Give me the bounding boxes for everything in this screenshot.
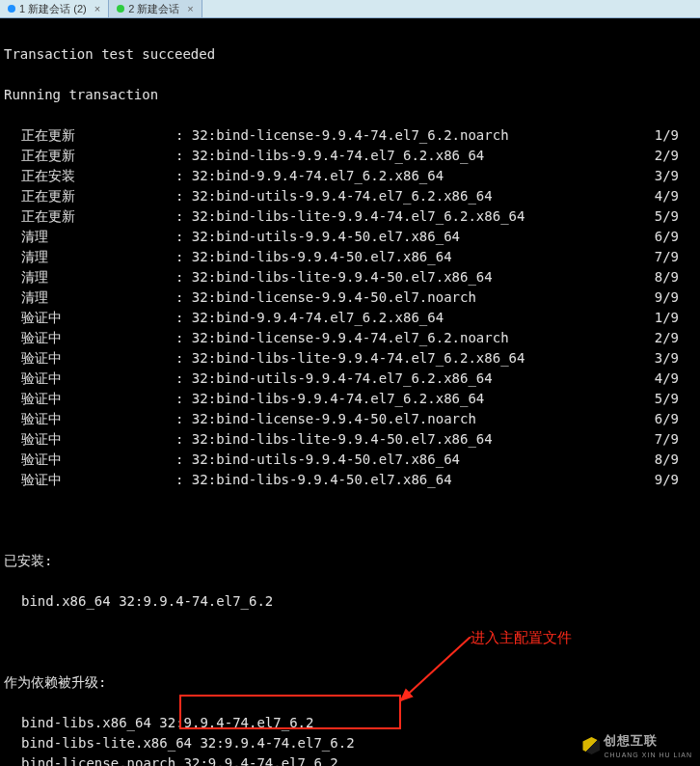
row-package: : 32:bind-libs-lite-9.9.4-74.el7_6.2.x86… bbox=[175, 348, 631, 369]
row-package: : 32:bind-license-9.9.4-74.el7_6.2.noarc… bbox=[175, 328, 631, 348]
transaction-row: 验证中: 32:bind-9.9.4-74.el7_6.2.x86_641/9 bbox=[4, 308, 696, 328]
row-package: : 32:bind-9.9.4-74.el7_6.2.x86_64 bbox=[175, 308, 631, 328]
row-action: 验证中 bbox=[4, 328, 175, 348]
transaction-row: 正在更新: 32:bind-libs-lite-9.9.4-74.el7_6.2… bbox=[4, 206, 696, 227]
row-progress: 9/9 bbox=[631, 287, 696, 308]
transaction-row: 正在更新: 32:bind-utils-9.9.4-74.el7_6.2.x86… bbox=[4, 186, 696, 206]
output-line: bind-libs.x86_64 32:9.9.4-74.el7_6.2 bbox=[4, 713, 696, 733]
row-package: : 32:bind-9.9.4-74.el7_6.2.x86_64 bbox=[175, 166, 631, 186]
row-action: 验证中 bbox=[4, 429, 175, 450]
transaction-row: 验证中: 32:bind-libs-9.9.4-74.el7_6.2.x86_6… bbox=[4, 389, 696, 409]
row-action: 清理 bbox=[4, 267, 175, 287]
logo-icon bbox=[582, 737, 600, 754]
transaction-row: 验证中: 32:bind-license-9.9.4-74.el7_6.2.no… bbox=[4, 328, 696, 348]
row-progress: 3/9 bbox=[631, 348, 696, 369]
row-progress: 4/9 bbox=[631, 186, 696, 206]
output-line: Running transaction bbox=[4, 85, 696, 105]
row-action: 验证中 bbox=[4, 450, 175, 470]
transaction-row: 正在安装: 32:bind-9.9.4-74.el7_6.2.x86_643/9 bbox=[4, 166, 696, 186]
transaction-row: 清理: 32:bind-utils-9.9.4-50.el7.x86_646/9 bbox=[4, 227, 696, 247]
section-header: 已安装: bbox=[4, 551, 696, 571]
transaction-row: 正在更新: 32:bind-license-9.9.4-74.el7_6.2.n… bbox=[4, 125, 696, 146]
transaction-row: 验证中: 32:bind-libs-9.9.4-50.el7.x86_649/9 bbox=[4, 470, 696, 490]
watermark: 创想互联 CHUANG XIN HU LIAN bbox=[582, 731, 692, 760]
annotation-text: 进入主配置文件 bbox=[471, 627, 572, 649]
transaction-row: 清理: 32:bind-libs-lite-9.9.4-50.el7.x86_6… bbox=[4, 267, 696, 287]
row-action: 正在更新 bbox=[4, 125, 175, 146]
row-action: 清理 bbox=[4, 287, 175, 308]
close-icon[interactable]: × bbox=[187, 1, 193, 17]
row-progress: 1/9 bbox=[631, 308, 696, 328]
row-progress: 5/9 bbox=[631, 389, 696, 409]
row-action: 验证中 bbox=[4, 470, 175, 490]
close-icon[interactable]: × bbox=[94, 1, 100, 17]
blank-line bbox=[4, 510, 696, 531]
watermark-main: 创想互联 bbox=[604, 731, 692, 751]
row-action: 正在更新 bbox=[4, 206, 175, 227]
row-package: : 32:bind-utils-9.9.4-50.el7.x86_64 bbox=[175, 450, 631, 470]
row-package: : 32:bind-utils-9.9.4-50.el7.x86_64 bbox=[175, 227, 631, 247]
row-package: : 32:bind-utils-9.9.4-74.el7_6.2.x86_64 bbox=[175, 186, 631, 206]
row-progress: 8/9 bbox=[631, 450, 696, 470]
row-progress: 3/9 bbox=[631, 166, 696, 186]
transaction-row: 验证中: 32:bind-libs-lite-9.9.4-50.el7.x86_… bbox=[4, 429, 696, 450]
blank-line bbox=[4, 632, 696, 652]
row-progress: 6/9 bbox=[631, 409, 696, 429]
row-action: 验证中 bbox=[4, 409, 175, 429]
row-package: : 32:bind-libs-9.9.4-50.el7.x86_64 bbox=[175, 470, 631, 490]
row-package: : 32:bind-utils-9.9.4-74.el7_6.2.x86_64 bbox=[175, 369, 631, 389]
row-progress: 8/9 bbox=[631, 267, 696, 287]
tab-session-2[interactable]: 2 新建会话 × bbox=[109, 0, 202, 17]
row-package: : 32:bind-license-9.9.4-50.el7.noarch bbox=[175, 287, 631, 308]
status-dot-icon bbox=[8, 5, 15, 13]
row-action: 正在安装 bbox=[4, 166, 175, 186]
row-package: : 32:bind-libs-9.9.4-50.el7.x86_64 bbox=[175, 247, 631, 267]
transaction-row: 验证中: 32:bind-license-9.9.4-50.el7.noarch… bbox=[4, 409, 696, 429]
transaction-row: 正在更新: 32:bind-libs-9.9.4-74.el7_6.2.x86_… bbox=[4, 146, 696, 166]
tab-label: 2 新建会话 bbox=[128, 1, 179, 17]
tab-label: 1 新建会话 (2) bbox=[19, 1, 87, 17]
row-package: : 32:bind-libs-lite-9.9.4-50.el7.x86_64 bbox=[175, 267, 631, 287]
row-action: 清理 bbox=[4, 227, 175, 247]
row-progress: 4/9 bbox=[631, 369, 696, 389]
transaction-row: 清理: 32:bind-libs-9.9.4-50.el7.x86_647/9 bbox=[4, 247, 696, 267]
row-action: 正在更新 bbox=[4, 146, 175, 166]
transaction-row: 验证中: 32:bind-libs-lite-9.9.4-74.el7_6.2.… bbox=[4, 348, 696, 369]
row-progress: 9/9 bbox=[631, 470, 696, 490]
row-action: 验证中 bbox=[4, 348, 175, 369]
row-action: 验证中 bbox=[4, 308, 175, 328]
row-progress: 5/9 bbox=[631, 206, 696, 227]
row-action: 正在更新 bbox=[4, 186, 175, 206]
watermark-sub: CHUANG XIN HU LIAN bbox=[604, 751, 692, 761]
tab-bar: 1 新建会话 (2) × 2 新建会话 × bbox=[0, 0, 700, 18]
row-progress: 6/9 bbox=[631, 227, 696, 247]
row-action: 验证中 bbox=[4, 389, 175, 409]
row-package: : 32:bind-libs-9.9.4-74.el7_6.2.x86_64 bbox=[175, 389, 631, 409]
status-dot-icon bbox=[117, 5, 124, 13]
row-progress: 7/9 bbox=[631, 429, 696, 450]
row-package: : 32:bind-libs-9.9.4-74.el7_6.2.x86_64 bbox=[175, 146, 631, 166]
row-package: : 32:bind-libs-lite-9.9.4-74.el7_6.2.x86… bbox=[175, 206, 631, 227]
row-package: : 32:bind-libs-lite-9.9.4-50.el7.x86_64 bbox=[175, 429, 631, 450]
row-progress: 7/9 bbox=[631, 247, 696, 267]
row-action: 清理 bbox=[4, 247, 175, 267]
row-package: : 32:bind-license-9.9.4-50.el7.noarch bbox=[175, 409, 631, 429]
output-line: bind.x86_64 32:9.9.4-74.el7_6.2 bbox=[4, 591, 696, 612]
tab-session-1[interactable]: 1 新建会话 (2) × bbox=[0, 0, 109, 17]
row-action: 验证中 bbox=[4, 369, 175, 389]
row-progress: 1/9 bbox=[631, 125, 696, 146]
row-progress: 2/9 bbox=[631, 146, 696, 166]
transaction-row: 验证中: 32:bind-utils-9.9.4-50.el7.x86_648/… bbox=[4, 450, 696, 470]
terminal-output[interactable]: Transaction test succeeded Running trans… bbox=[0, 18, 700, 766]
row-package: : 32:bind-license-9.9.4-74.el7_6.2.noarc… bbox=[175, 125, 631, 146]
row-progress: 2/9 bbox=[631, 328, 696, 348]
transaction-row: 清理: 32:bind-license-9.9.4-50.el7.noarch9… bbox=[4, 287, 696, 308]
section-header: 作为依赖被升级: bbox=[4, 672, 696, 693]
output-line: Transaction test succeeded bbox=[4, 44, 696, 65]
transaction-row: 验证中: 32:bind-utils-9.9.4-74.el7_6.2.x86_… bbox=[4, 369, 696, 389]
